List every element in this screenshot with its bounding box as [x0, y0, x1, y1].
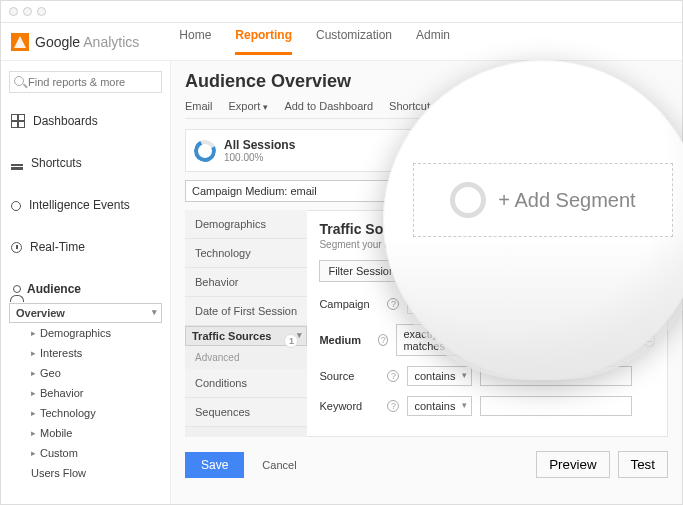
- sidebar-intel-label: Intelligence Events: [29, 198, 130, 212]
- sidebar-sub-mobile[interactable]: ▸Mobile: [9, 423, 162, 443]
- preview-button[interactable]: Preview: [536, 451, 609, 478]
- search-input[interactable]: [9, 71, 162, 93]
- nav-reporting[interactable]: Reporting: [235, 28, 292, 55]
- source-operator[interactable]: contains: [407, 366, 472, 386]
- cat-behavior[interactable]: Behavior: [185, 268, 307, 297]
- cat-datefirst[interactable]: Date of First Session: [185, 297, 307, 326]
- shortcuts-icon: [11, 164, 23, 170]
- donut-icon: [191, 136, 219, 164]
- segment-ring-icon: [450, 182, 486, 218]
- nav-admin[interactable]: Admin: [416, 28, 450, 55]
- clock-icon: [11, 242, 22, 253]
- help-icon[interactable]: ?: [387, 400, 399, 412]
- nav-home[interactable]: Home: [179, 28, 211, 55]
- cat-sequences[interactable]: Sequences: [185, 398, 307, 427]
- cat-traffic-badge: 1: [284, 334, 298, 348]
- cat-demographics[interactable]: Demographics: [185, 210, 307, 239]
- save-button[interactable]: Save: [185, 452, 244, 478]
- row-keyword: Keyword ? contains: [319, 396, 655, 416]
- traffic-light-min[interactable]: [23, 7, 32, 16]
- main-nav: Home Reporting Customization Admin: [179, 28, 450, 55]
- caret-icon: ▸: [31, 448, 36, 458]
- caret-icon: ▸: [31, 328, 36, 338]
- label-medium: Medium: [319, 334, 370, 346]
- cat-traffic-label: Traffic Sources: [192, 330, 271, 342]
- sidebar-realtime-label: Real-Time: [30, 240, 85, 254]
- caret-icon: ▸: [31, 408, 36, 418]
- sidebar-dashboards[interactable]: Dashboards: [9, 107, 162, 135]
- label-keyword: Keyword: [319, 400, 379, 412]
- label-campaign: Campaign: [319, 298, 379, 310]
- keyword-operator[interactable]: contains: [407, 396, 472, 416]
- sidebar-sub-technology[interactable]: ▸Technology: [9, 403, 162, 423]
- ga-logo-icon: [11, 33, 29, 51]
- sidebar-sub-interests[interactable]: ▸Interests: [9, 343, 162, 363]
- caret-icon: ▸: [31, 348, 36, 358]
- add-segment-text: + Add Segment: [498, 189, 635, 212]
- caret-icon: ▸: [31, 388, 36, 398]
- help-icon[interactable]: ?: [387, 370, 399, 382]
- toolbar-email[interactable]: Email: [185, 100, 213, 112]
- top-bar: Google Analytics Home Reporting Customiz…: [1, 23, 682, 61]
- sidebar-shortcuts[interactable]: Shortcuts: [9, 149, 162, 177]
- toolbar-export[interactable]: Export ▾: [229, 100, 269, 112]
- search-icon: [14, 76, 24, 86]
- sidebar-dashboards-label: Dashboards: [33, 114, 98, 128]
- action-buttons: Save Cancel Preview Test: [185, 451, 668, 478]
- sidebar-audience[interactable]: Audience: [9, 275, 162, 303]
- cat-technology[interactable]: Technology: [185, 239, 307, 268]
- sidebar-intel[interactable]: Intelligence Events: [9, 191, 162, 219]
- nav-customization[interactable]: Customization: [316, 28, 392, 55]
- cat-advanced-header: Advanced: [185, 346, 307, 369]
- test-button[interactable]: Test: [618, 451, 668, 478]
- cat-conditions[interactable]: Conditions: [185, 369, 307, 398]
- brand-text: Google Analytics: [35, 34, 139, 50]
- caret-icon: ▸: [31, 368, 36, 378]
- traffic-light-close[interactable]: [9, 7, 18, 16]
- sidebar-shortcuts-label: Shortcuts: [31, 156, 82, 170]
- sidebar-sub-geo[interactable]: ▸Geo: [9, 363, 162, 383]
- sessions-pct: 100.00%: [224, 152, 295, 163]
- window-titlebar: [1, 1, 682, 23]
- sidebar-sub-custom[interactable]: ▸Custom: [9, 443, 162, 463]
- cancel-button[interactable]: Cancel: [254, 453, 304, 477]
- sidebar-realtime[interactable]: Real-Time: [9, 233, 162, 261]
- sidebar-audience-label: Audience: [27, 282, 81, 296]
- left-sidebar: Dashboards Shortcuts Intelligence Events: [1, 61, 171, 504]
- add-segment-callout[interactable]: + Add Segment: [413, 163, 673, 237]
- dashboards-icon: [11, 114, 25, 128]
- keyword-value-input[interactable]: [480, 396, 632, 416]
- person-icon: [13, 285, 21, 293]
- toolbar-add-dashboard[interactable]: Add to Dashboard: [284, 100, 373, 112]
- segment-category-list: Demographics Technology Behavior Date of…: [185, 210, 307, 437]
- sidebar-sub-overview[interactable]: Overview: [9, 303, 162, 323]
- sessions-title: All Sessions: [224, 138, 295, 152]
- caret-icon: ▸: [31, 428, 36, 438]
- sidebar-sub-behavior[interactable]: ▸Behavior: [9, 383, 162, 403]
- toolbar-shortcut[interactable]: Shortcut: [389, 100, 430, 112]
- sidebar-sub-demographics[interactable]: ▸Demographics: [9, 323, 162, 343]
- chevron-down-icon: ▾: [263, 102, 268, 112]
- sidebar-sub-usersflow[interactable]: Users Flow: [9, 463, 162, 483]
- help-icon[interactable]: ?: [378, 334, 388, 346]
- cat-traffic[interactable]: Traffic Sources 1: [185, 326, 307, 346]
- label-source: Source: [319, 370, 379, 382]
- traffic-light-max[interactable]: [37, 7, 46, 16]
- magnifier-overlay: + Add Segment: [383, 60, 683, 380]
- bulb-icon: [11, 201, 21, 211]
